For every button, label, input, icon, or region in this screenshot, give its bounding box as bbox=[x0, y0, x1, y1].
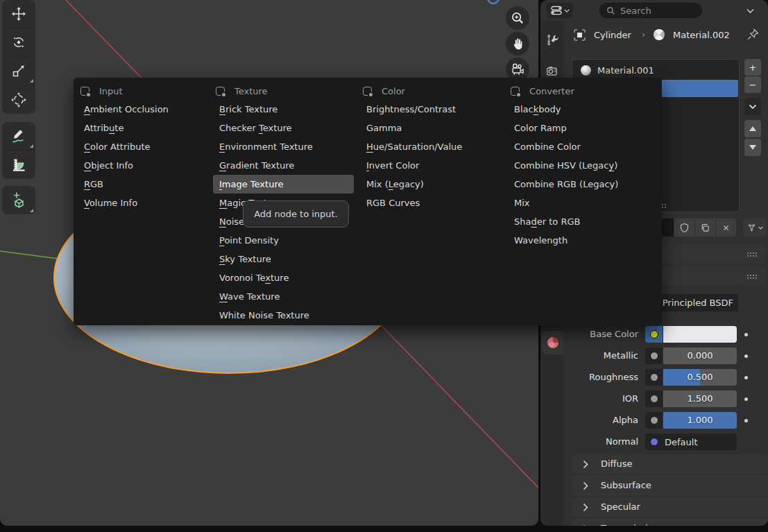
menu-item-image-texture[interactable]: Image Texture bbox=[213, 175, 354, 194]
menu-item-wave-texture[interactable]: Wave Texture bbox=[214, 287, 355, 306]
rotate-tool-icon bbox=[10, 34, 27, 51]
menu-item-rgb[interactable]: RGB bbox=[78, 175, 209, 194]
annotate-tool-button[interactable] bbox=[2, 122, 35, 151]
menu-column-header: Texture bbox=[214, 82, 355, 100]
menu-item-combine-hsv-legacy[interactable]: Combine HSV (Legacy) bbox=[509, 156, 656, 175]
panel-grip[interactable] bbox=[746, 252, 757, 257]
menu-item-combine-rgb-legacy[interactable]: Combine RGB (Legacy) bbox=[509, 175, 656, 194]
menu-item-sky-texture[interactable]: Sky Texture bbox=[214, 250, 355, 268]
chevron-right-icon bbox=[583, 524, 589, 526]
menu-item-volume-info[interactable]: Volume Info bbox=[78, 194, 209, 212]
breadcrumb-material[interactable]: Material.002 bbox=[673, 30, 730, 41]
menu-column-title: Color bbox=[382, 86, 405, 96]
menu-item-ambient-occlusion[interactable]: Ambient Occlusion bbox=[78, 100, 209, 119]
tool-icon bbox=[545, 33, 559, 47]
socket-chip bbox=[645, 369, 663, 386]
decorator-dot[interactable] bbox=[744, 376, 748, 379]
menu-column-title: Texture bbox=[234, 86, 268, 96]
add-cube-tool-button[interactable] bbox=[2, 186, 35, 214]
move-slot-down-button[interactable] bbox=[744, 139, 761, 156]
zoom-icon bbox=[510, 10, 525, 26]
editor-type-button[interactable] bbox=[547, 3, 573, 18]
browse-material-button[interactable] bbox=[743, 218, 767, 237]
decorator-dot[interactable] bbox=[744, 333, 748, 336]
menu-item-color-ramp[interactable]: Color Ramp bbox=[509, 119, 656, 137]
roughness-slider[interactable]: 0.500 bbox=[663, 369, 737, 386]
copy-icon bbox=[699, 222, 711, 234]
menu-item-wavelength[interactable]: Wavelength bbox=[509, 231, 656, 250]
search-input[interactable]: Search bbox=[599, 3, 702, 18]
menu-item-white-noise-texture[interactable]: White Noise Texture bbox=[214, 306, 355, 325]
menu-item-gradient-texture[interactable]: Gradient Texture bbox=[214, 156, 355, 175]
slot-specials-button[interactable] bbox=[744, 98, 761, 115]
socket-chip bbox=[645, 412, 663, 429]
material-slot-row[interactable]: Material.001 bbox=[573, 62, 738, 79]
navigation-gizmo-partial[interactable] bbox=[488, 0, 499, 3]
decorator-dot[interactable] bbox=[744, 397, 748, 401]
decorator-dot[interactable] bbox=[744, 354, 748, 358]
add-slot-button[interactable]: + bbox=[744, 59, 761, 76]
zoom-button[interactable] bbox=[506, 6, 529, 30]
annotate-tool-icon bbox=[10, 128, 27, 144]
menu-item-brightness-contrast[interactable]: Brightness/Contrast bbox=[361, 100, 507, 119]
menu-item-shader-to-rgb[interactable]: Shader to RGB bbox=[509, 212, 656, 231]
section-diffuse[interactable]: Diffuse bbox=[572, 454, 768, 474]
normal-vector-field[interactable]: Default bbox=[645, 434, 737, 450]
pan-button[interactable] bbox=[506, 32, 529, 55]
transform-tool-button[interactable] bbox=[2, 85, 35, 114]
menu-item-invert-color[interactable]: Invert Color bbox=[361, 156, 507, 175]
socket-chip bbox=[645, 347, 663, 364]
menu-item-voronoi-texture[interactable]: Voronoi Texture bbox=[214, 268, 355, 287]
menu-item-gamma[interactable]: Gamma bbox=[361, 119, 507, 137]
panel-grip[interactable] bbox=[746, 274, 757, 279]
menu-item-hue-saturation-value[interactable]: Hue/Saturation/Value bbox=[361, 137, 507, 156]
material-icon bbox=[654, 29, 665, 40]
section-transmission[interactable]: Transmission bbox=[572, 519, 768, 526]
input-label: Base Color bbox=[540, 326, 638, 343]
section-subsurface[interactable]: Subsurface bbox=[572, 476, 768, 495]
menu-item-mix[interactable]: Mix bbox=[509, 194, 656, 212]
menu-item-combine-color[interactable]: Combine Color bbox=[509, 137, 656, 156]
node-socket-icon bbox=[511, 87, 520, 96]
material-slot-name: Material.001 bbox=[597, 65, 654, 76]
vector-socket-icon bbox=[650, 438, 658, 446]
menu-item-color-attribute[interactable]: Color Attribute bbox=[78, 137, 209, 156]
duplicate-material-button[interactable] bbox=[695, 218, 715, 237]
decorator-dot[interactable] bbox=[744, 419, 748, 422]
properties-options-button[interactable] bbox=[746, 6, 755, 16]
socket-icon bbox=[650, 416, 658, 424]
menu-item-blackbody[interactable]: Blackbody bbox=[509, 100, 656, 119]
add-cube-tool-icon bbox=[10, 192, 27, 209]
move-tool-button[interactable] bbox=[2, 0, 35, 28]
remove-slot-button[interactable]: − bbox=[744, 76, 761, 93]
menu-item-checker-texture[interactable]: Checker Texture bbox=[214, 119, 355, 137]
menu-item-brick-texture[interactable]: Brick Texture bbox=[214, 100, 355, 119]
breadcrumb-object[interactable]: Cylinder bbox=[594, 30, 631, 41]
menu-item-environment-texture[interactable]: Environment Texture bbox=[214, 137, 355, 156]
list-resize-grip[interactable] bbox=[661, 203, 667, 208]
menu-item-attribute[interactable]: Attribute bbox=[78, 119, 209, 137]
ior-slider[interactable]: 1.500 bbox=[663, 391, 737, 407]
node-triangle-icon bbox=[746, 223, 757, 233]
menu-item-rgb-curves[interactable]: RGB Curves bbox=[361, 194, 507, 212]
menu-item-mix-legacy[interactable]: Mix (Legacy) bbox=[361, 175, 507, 194]
pin-button[interactable] bbox=[746, 28, 760, 44]
tab-tool[interactable] bbox=[540, 30, 563, 51]
measure-tool-button[interactable] bbox=[2, 151, 35, 179]
alpha-slider[interactable]: 1.000 bbox=[663, 412, 737, 429]
menu-item-point-density[interactable]: Point Density bbox=[214, 231, 355, 250]
move-slot-up-button[interactable] bbox=[744, 120, 761, 137]
input-row-normal: NormalDefault bbox=[540, 434, 768, 450]
metallic-slider[interactable]: 0.000 bbox=[663, 347, 737, 364]
fake-user-button[interactable] bbox=[674, 218, 694, 237]
section-specular[interactable]: Specular bbox=[572, 497, 768, 517]
base-color-swatch[interactable] bbox=[663, 326, 737, 343]
unlink-material-button[interactable] bbox=[716, 218, 736, 237]
rotate-tool-button[interactable] bbox=[2, 28, 35, 57]
transform-tool-icon bbox=[10, 92, 27, 108]
scale-tool-button[interactable] bbox=[2, 57, 35, 85]
section-label: Transmission bbox=[601, 519, 659, 526]
toolbar-group bbox=[2, 186, 35, 214]
menu-item-object-info[interactable]: Object Info bbox=[78, 156, 209, 175]
socket-chip bbox=[645, 326, 663, 343]
